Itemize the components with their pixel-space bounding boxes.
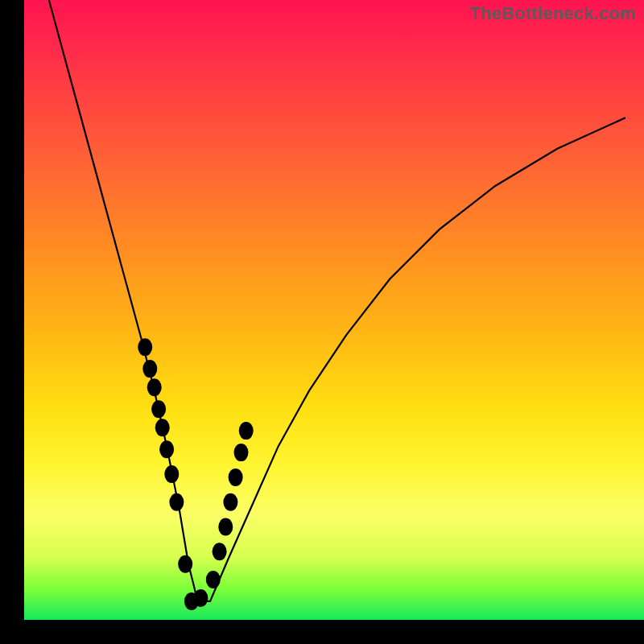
sample-dot xyxy=(138,338,152,356)
sample-dot xyxy=(151,400,166,418)
sample-dot xyxy=(142,360,157,378)
bottleneck-curve xyxy=(49,0,625,601)
sample-dot xyxy=(239,422,254,440)
sample-dot xyxy=(147,378,162,396)
sample-dot xyxy=(193,589,208,607)
sample-dot xyxy=(213,543,227,560)
sample-dots-group xyxy=(138,338,254,610)
sample-dot xyxy=(206,571,221,588)
sample-dot xyxy=(218,518,233,536)
sample-dot xyxy=(178,555,192,573)
sample-dot xyxy=(169,493,184,511)
sample-dot xyxy=(155,419,170,436)
sample-dot xyxy=(159,440,174,458)
sample-dot xyxy=(229,469,243,486)
curve-layer xyxy=(24,0,644,620)
chart-frame: TheBottleneck.com xyxy=(0,0,644,644)
sample-dot xyxy=(234,444,249,461)
sample-dot xyxy=(164,465,179,483)
plot-area: TheBottleneck.com xyxy=(24,0,644,620)
sample-dot xyxy=(223,493,237,511)
